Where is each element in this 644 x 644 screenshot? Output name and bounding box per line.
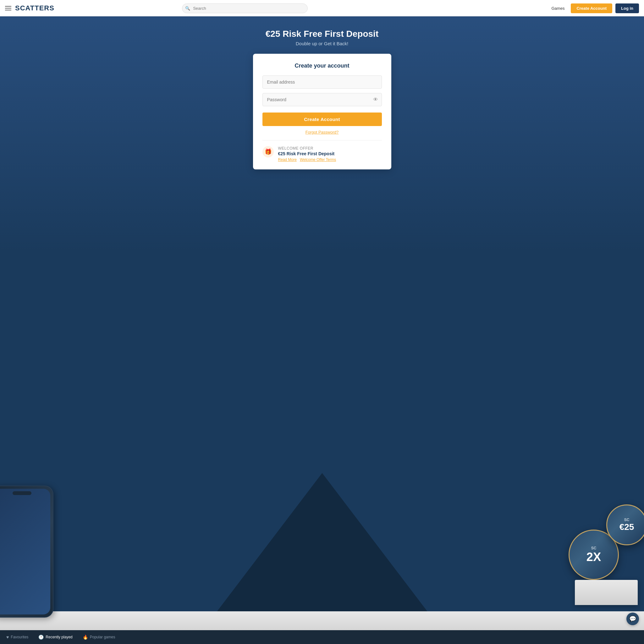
gift-icon: 🎁	[262, 146, 274, 157]
navbar-right: Games Create Account Log in	[548, 3, 639, 13]
bottom-bar-recently-played[interactable]: 🕐 Recently played	[38, 635, 72, 640]
create-account-form-card: Create your account 👁 Create Account For…	[253, 54, 391, 169]
chip-1-sub: SC	[591, 546, 597, 550]
games-link[interactable]: Games	[548, 4, 568, 13]
chips-decoration: SC 2X SC €25	[562, 504, 644, 605]
hero-section: €25 Risk Free First Deposit Double up or…	[0, 0, 644, 630]
welcome-offer-links: Read More Welcome Offer Terms	[278, 157, 336, 162]
forgot-password-link[interactable]: Forgot Password?	[262, 130, 382, 135]
hero-title: €25 Risk Free First Deposit	[266, 29, 378, 39]
popular-games-label: Popular games	[90, 635, 115, 639]
bottom-bar: ♥ Favourites 🕐 Recently played 🔥 Popular…	[0, 630, 644, 644]
bottom-bar-popular-games[interactable]: 🔥 Popular games	[83, 635, 115, 640]
welcome-offer-content: Welcome offer €25 Risk Free First Deposi…	[278, 146, 336, 162]
bottom-bar-favourites[interactable]: ♥ Favourites	[6, 635, 28, 640]
clock-icon: 🕐	[38, 635, 44, 640]
site-logo: SCATTERS	[15, 4, 54, 12]
password-field-container: 👁	[262, 93, 382, 106]
phone-decoration	[0, 486, 53, 618]
marble-shelf	[0, 611, 644, 630]
create-account-button[interactable]: Create Account	[262, 113, 382, 126]
phone-screen	[0, 489, 50, 614]
read-more-link[interactable]: Read More	[278, 157, 297, 162]
form-card-title: Create your account	[262, 63, 382, 69]
pedestal	[575, 580, 638, 605]
search-container: 🔍	[182, 3, 308, 13]
password-toggle-icon[interactable]: 👁	[373, 97, 378, 102]
email-field-container	[262, 75, 382, 89]
chip-1-label: 2X	[586, 550, 601, 564]
favourites-label: Favourites	[11, 635, 28, 639]
welcome-offer-label: Welcome offer	[278, 146, 336, 151]
password-input[interactable]	[262, 93, 382, 106]
welcome-offer-title: €25 Risk Free First Deposit	[278, 151, 336, 156]
menu-icon[interactable]	[5, 6, 11, 10]
chip-2-label: €25	[619, 522, 634, 532]
login-nav-button[interactable]: Log in	[615, 3, 639, 13]
chip-2-sub: SC	[624, 518, 630, 522]
welcome-offer-section: 🎁 Welcome offer €25 Risk Free First Depo…	[262, 140, 382, 162]
chat-bubble-button[interactable]: 💬	[626, 613, 639, 625]
create-account-nav-button[interactable]: Create Account	[571, 3, 612, 13]
navbar: SCATTERS 🔍 Games Create Account Log in	[0, 0, 644, 16]
fire-icon: 🔥	[83, 635, 88, 640]
heart-icon: ♥	[6, 635, 9, 640]
hero-subtitle: Double up or Get it Back!	[296, 41, 349, 46]
email-input[interactable]	[262, 75, 382, 89]
recently-played-label: Recently played	[46, 635, 72, 639]
search-icon: 🔍	[185, 6, 190, 11]
offer-terms-link[interactable]: Welcome Offer Terms	[300, 157, 336, 162]
chip-2: SC €25	[606, 504, 644, 545]
phone-notch	[13, 491, 31, 495]
search-input[interactable]	[182, 3, 308, 13]
